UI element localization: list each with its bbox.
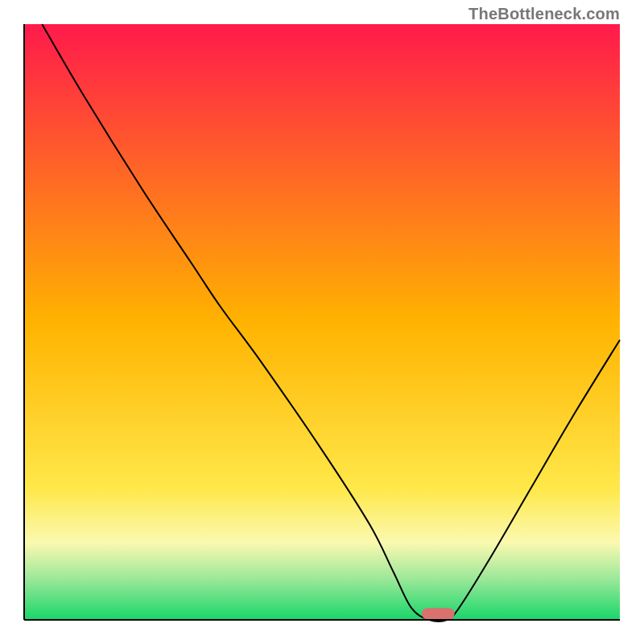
chart-plot-area <box>24 24 620 620</box>
bottleneck-chart <box>0 0 644 644</box>
optimal-marker-capsule <box>422 608 455 620</box>
